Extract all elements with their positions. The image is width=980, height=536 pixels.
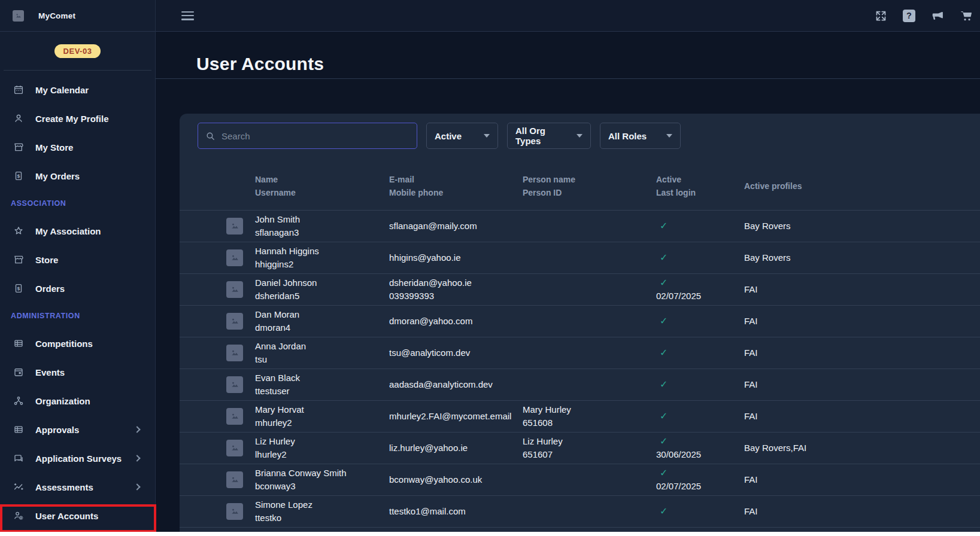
- user-email: aadasda@analyticom.dev: [389, 378, 523, 391]
- search-box[interactable]: [198, 123, 417, 149]
- username: dmoran4: [255, 321, 389, 334]
- announcements-megaphone-icon[interactable]: [931, 9, 944, 22]
- table-row[interactable]: Brianna Conway Smith bconway3 bconway@ya…: [180, 464, 980, 496]
- user-email: sflanagan@maily.com: [389, 220, 523, 233]
- sidebar-nav: My Calendar Create My Profile My Store M…: [0, 71, 155, 530]
- status-filter-dropdown[interactable]: Active: [426, 123, 498, 149]
- user-accounts-panel: Active All Org Types All Roles NameUsern…: [180, 114, 980, 532]
- active-profiles: FAI: [744, 473, 980, 486]
- active-profiles: FAI: [744, 378, 980, 391]
- table-row[interactable]: Anna Jordan tsu tsu@analyticom.dev ✓: [180, 337, 980, 369]
- avatar-image-icon: [226, 471, 243, 488]
- cart-icon[interactable]: [960, 9, 973, 22]
- table-row[interactable]: Liz Hurley lhurley2 liz.hurley@yahoo.ie …: [180, 433, 980, 464]
- active-check-icon: ✓: [656, 346, 744, 360]
- avatar-image-icon: [226, 440, 243, 456]
- sidebar-item-my-orders[interactable]: My Orders: [0, 162, 155, 190]
- caret-down-icon: [484, 134, 490, 138]
- username: tsu: [255, 353, 389, 366]
- user-email: mhurley2.FAI@mycomet.email: [389, 410, 523, 423]
- topbar: ?: [156, 0, 980, 32]
- active-profiles: FAI: [744, 410, 980, 423]
- active-check-icon: ✓: [656, 378, 744, 391]
- table-row[interactable]: Mary Horvat mhurley2 mhurley2.FAI@mycome…: [180, 401, 980, 433]
- sidebar-item-application-surveys[interactable]: Application Surveys: [0, 444, 155, 473]
- person-id: 651607: [523, 448, 656, 461]
- sidebar-item-store[interactable]: Store: [0, 245, 155, 274]
- role-filter-dropdown[interactable]: All Roles: [600, 123, 681, 149]
- chevron-right-icon: [134, 426, 140, 433]
- avatar-image-icon: [226, 249, 243, 266]
- sidebar-item-assessments[interactable]: Assessments: [0, 473, 155, 501]
- avatar-image-icon: [226, 376, 243, 393]
- table-row[interactable]: Daniel Johnson dsheridan5 dsheridan@yaho…: [180, 274, 980, 306]
- sidebar-item-approvals[interactable]: Approvals: [0, 415, 155, 444]
- sidebar-item-user-accounts[interactable]: User Accounts: [0, 501, 155, 530]
- sidebar-item-competitions[interactable]: Competitions: [0, 329, 155, 358]
- table-row[interactable]: Dan Moran dmoran4 dmoran@yahoo.com ✓: [180, 306, 980, 337]
- username: lhurley2: [255, 448, 389, 461]
- app-logo-image-icon: [13, 10, 24, 22]
- sidebar-item-my-association[interactable]: My Association: [0, 217, 155, 245]
- table-row[interactable]: Simone Lopez ttestko ttestko1@mail.com ✓: [180, 496, 980, 528]
- username: hhiggins2: [255, 258, 389, 271]
- fullscreen-icon[interactable]: [874, 9, 887, 22]
- sidebar-section-administration: ADMINISTRATION: [0, 303, 155, 329]
- calendar-icon: [13, 84, 24, 95]
- sidebar-item-my-store[interactable]: My Store: [0, 133, 155, 162]
- sidebar: MyComet DEV-03 My Calendar Create My Pro…: [0, 0, 156, 536]
- hamburger-menu-icon[interactable]: [181, 11, 194, 20]
- person-icon: [13, 113, 24, 124]
- store-icon: [13, 254, 24, 265]
- column-header-active: ActiveLast login: [656, 173, 744, 199]
- active-check-icon: ✓: [656, 467, 744, 480]
- caret-down-icon: [666, 134, 672, 138]
- user-full-name: Daniel Johnson: [255, 276, 389, 290]
- column-header-active-profiles: Active profiles: [744, 179, 980, 193]
- table-row[interactable]: John Smith sflanagan3 sflanagan@maily.co…: [180, 211, 980, 242]
- user-full-name: John Smith: [255, 213, 389, 226]
- sidebar-item-orders[interactable]: Orders: [0, 274, 155, 303]
- calendar-event-icon: [13, 367, 24, 377]
- person-name: Mary Hurley: [523, 403, 656, 416]
- help-icon[interactable]: ?: [903, 10, 915, 22]
- active-check-icon: ✓: [656, 410, 744, 423]
- sidebar-item-organization[interactable]: Organization: [0, 386, 155, 415]
- search-input[interactable]: [222, 131, 409, 141]
- table-icon: [13, 424, 24, 435]
- avatar-image-icon: [226, 408, 243, 425]
- user-email: dmoran@yahoo.com: [389, 315, 523, 328]
- avatar-image-icon: [226, 345, 243, 361]
- caret-down-icon: [577, 134, 582, 138]
- user-mobile: 039399393: [389, 290, 523, 303]
- user-full-name: Liz Hurley: [255, 435, 389, 448]
- search-icon: [205, 131, 216, 141]
- username: bconway3: [255, 480, 389, 493]
- user-email: hhigins@yahoo.ie: [389, 251, 523, 264]
- user-full-name: Dan Moran: [255, 308, 389, 321]
- person-name: Liz Hurley: [523, 435, 656, 448]
- avatar-image-icon: [226, 503, 243, 520]
- username: sflanagan3: [255, 226, 389, 239]
- filters-bar: Active All Org Types All Roles: [180, 114, 980, 149]
- avatar-image-icon: [226, 281, 243, 298]
- sidebar-item-events[interactable]: Events: [0, 358, 155, 386]
- table-header-row: NameUsername E-mailMobile phone Person n…: [180, 149, 980, 211]
- org-type-filter-dropdown[interactable]: All Org Types: [507, 123, 591, 149]
- sidebar-item-my-calendar[interactable]: My Calendar: [0, 75, 155, 104]
- user-full-name: Evan Black: [255, 371, 389, 385]
- forum-icon: [13, 453, 24, 464]
- table-body: John Smith sflanagan3 sflanagan@maily.co…: [180, 211, 980, 528]
- table-row[interactable]: Evan Black ttestuser aadasda@analyticom.…: [180, 369, 980, 401]
- active-check-icon: ✓: [656, 251, 744, 264]
- last-login-date: 30/06/2025: [656, 448, 744, 461]
- sidebar-section-association: ASSOCIATION: [0, 190, 155, 217]
- table-row[interactable]: Hannah Higgins hhiggins2 hhigins@yahoo.i…: [180, 242, 980, 274]
- title-divider: [156, 78, 980, 79]
- trend-sparkle-icon: [13, 482, 24, 492]
- sidebar-item-create-my-profile[interactable]: Create My Profile: [0, 104, 155, 133]
- column-header-email: E-mailMobile phone: [389, 173, 523, 199]
- app-window: MyComet DEV-03 My Calendar Create My Pro…: [0, 0, 980, 536]
- username: ttestko: [255, 511, 389, 525]
- chevron-right-icon: [134, 483, 140, 490]
